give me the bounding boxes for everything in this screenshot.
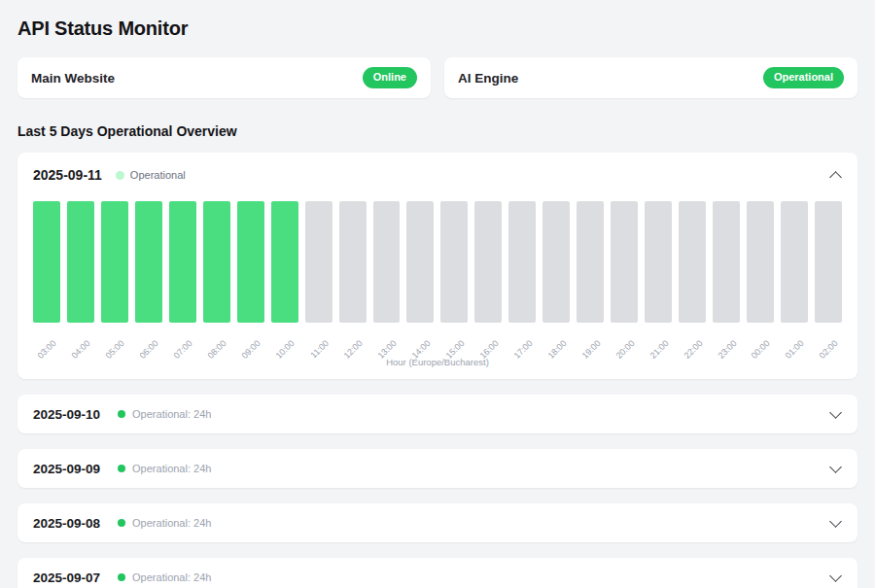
x-tick-label: 15:00 [440, 326, 468, 357]
services-row: Main Website Online AI Engine Operationa… [18, 57, 858, 98]
x-tick-label: 12:00 [339, 326, 367, 357]
chevron-down-icon [829, 515, 842, 528]
hour-bar-00:00 [747, 201, 774, 323]
hour-bar-07:00 [169, 201, 196, 323]
x-tick-label: 22:00 [679, 326, 706, 357]
hour-bar-18:00 [542, 201, 570, 323]
chevron-down-icon [829, 461, 842, 473]
status-dot-icon [118, 465, 125, 472]
hour-bar-11:00 [305, 201, 332, 323]
section-heading: Last 5 Days Operational Overview [18, 123, 858, 139]
legend-dot-operational [116, 171, 124, 180]
x-tick-label: 17:00 [508, 326, 536, 357]
day-summary: Operational: 24h [132, 463, 211, 474]
hour-bar-16:00 [474, 201, 502, 323]
hour-bar-17:00 [508, 201, 536, 323]
hour-bar-19:00 [577, 201, 604, 323]
hour-bar-08:00 [203, 201, 230, 323]
day-summary: Operational: 24h [132, 571, 211, 583]
x-tick-label: 14:00 [406, 326, 434, 357]
hour-bar-06:00 [135, 201, 162, 323]
day-row-2025-09-07[interactable]: 2025-09-07 Operational: 24h [18, 558, 858, 588]
page-title: API Status Monitor [18, 17, 858, 40]
service-card-main-website: Main Website Online [18, 57, 431, 98]
hour-bar-23:00 [713, 201, 740, 323]
status-badge: Online [363, 67, 417, 87]
x-tick-label: 20:00 [611, 326, 638, 357]
x-tick-label: 01:00 [781, 326, 808, 357]
hour-bar-14:00 [406, 201, 434, 323]
day-date: 2025-09-09 [33, 462, 100, 476]
day-header[interactable]: 2025-09-11 Operational [33, 166, 842, 184]
hour-bar-21:00 [645, 201, 672, 323]
hour-bar-03:00 [33, 201, 60, 323]
x-tick-label: 11:00 [305, 326, 332, 357]
x-tick-label: 04:00 [67, 326, 94, 357]
hour-bar-15:00 [440, 201, 468, 323]
status-badge: Operational [763, 67, 844, 87]
x-tick-label: 06:00 [135, 326, 162, 357]
hour-bar-09:00 [237, 201, 264, 323]
expand-toggle[interactable] [829, 461, 842, 476]
legend-label: Operational [130, 169, 186, 181]
expand-toggle[interactable] [829, 406, 842, 422]
hour-bar-20:00 [611, 201, 638, 323]
hour-bar-10:00 [271, 201, 298, 323]
hourly-status-chart: 03:0004:0005:0006:0007:0008:0009:0010:00… [33, 201, 842, 367]
day-date: 2025-09-10 [33, 407, 100, 422]
x-tick-label: 03:00 [33, 326, 60, 357]
hour-bar-01:00 [781, 201, 808, 323]
day-date: 2025-09-07 [33, 571, 100, 585]
hour-bar-02:00 [815, 201, 842, 323]
service-name: Main Website [31, 71, 115, 86]
hour-bar-12:00 [339, 201, 367, 323]
day-row-2025-09-08[interactable]: 2025-09-08 Operational: 24h [18, 503, 858, 542]
x-tick-label: 05:00 [101, 326, 128, 357]
day-summary: Operational: 24h [132, 517, 211, 529]
x-tick-label: 19:00 [577, 326, 604, 357]
x-tick-label: 21:00 [645, 326, 672, 357]
x-tick-label: 09:00 [237, 326, 264, 357]
x-tick-label: 02:00 [815, 326, 842, 357]
day-row-2025-09-09[interactable]: 2025-09-09 Operational: 24h [18, 449, 858, 488]
day-row-2025-09-10[interactable]: 2025-09-10 Operational: 24h [18, 395, 858, 433]
chart-legend: Operational [116, 169, 186, 181]
expand-toggle[interactable] [829, 515, 842, 531]
status-dot-icon [118, 519, 125, 527]
x-tick-label: 07:00 [169, 326, 196, 357]
day-card-expanded: 2025-09-11 Operational 03:0004:0005:0006… [18, 153, 858, 379]
collapse-toggle[interactable] [829, 166, 842, 184]
x-tick-label: 16:00 [474, 326, 502, 357]
expand-toggle[interactable] [829, 570, 842, 585]
chevron-up-icon [829, 171, 842, 184]
day-date: 2025-09-11 [33, 167, 102, 183]
day-list: 2025-09-10 Operational: 24h 2025-09-09 O… [18, 395, 858, 588]
hour-bar-22:00 [679, 201, 706, 323]
x-tick-label: 00:00 [747, 326, 774, 357]
status-dot-icon [118, 410, 125, 418]
service-card-ai-engine: AI Engine Operational [444, 57, 858, 98]
x-labels: 03:0004:0005:0006:0007:0008:0009:0010:00… [33, 326, 842, 357]
x-tick-label: 18:00 [542, 326, 570, 357]
bars [33, 201, 842, 323]
hour-bar-05:00 [101, 201, 128, 323]
x-tick-label: 10:00 [271, 326, 298, 357]
service-name: AI Engine [458, 71, 518, 86]
hour-bar-04:00 [67, 201, 94, 323]
chevron-down-icon [829, 406, 842, 419]
chevron-down-icon [829, 570, 842, 582]
x-tick-label: 13:00 [373, 326, 401, 357]
status-dot-icon [118, 573, 125, 581]
day-date: 2025-09-08 [33, 516, 100, 531]
day-summary: Operational: 24h [132, 408, 211, 420]
hour-bar-13:00 [373, 201, 401, 323]
x-tick-label: 23:00 [713, 326, 740, 357]
x-tick-label: 08:00 [203, 326, 230, 357]
